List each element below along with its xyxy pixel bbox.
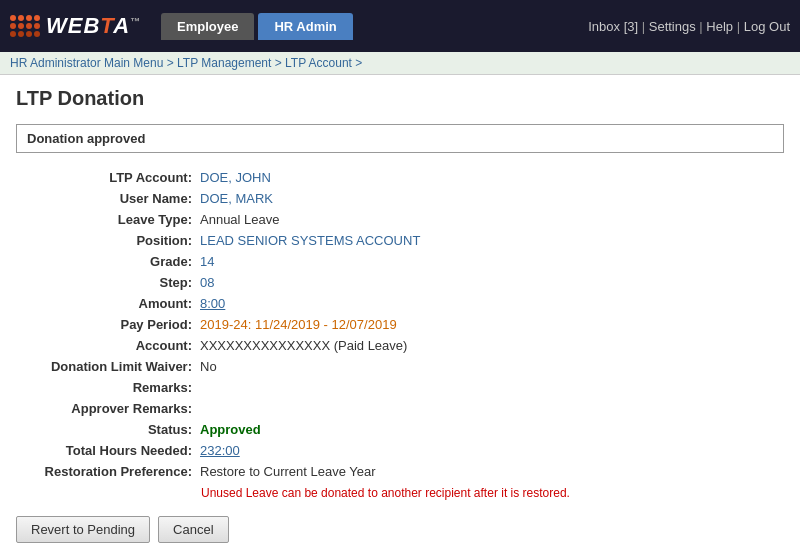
- hr-admin-tab[interactable]: HR Admin: [258, 13, 352, 40]
- pay-period-row: Pay Period: 2019-24: 11/24/2019 - 12/07/…: [16, 314, 784, 335]
- ltp-account-value: DOE, JOHN: [196, 167, 784, 188]
- page-title: LTP Donation: [16, 87, 784, 110]
- main-content: LTP Donation Donation approved LTP Accou…: [0, 75, 800, 544]
- button-area: Revert to Pending Cancel: [16, 516, 784, 543]
- amount-row: Amount: 8:00: [16, 293, 784, 314]
- position-value: LEAD SENIOR SYSTEMS ACCOUNT: [196, 230, 784, 251]
- user-name-label: User Name:: [16, 188, 196, 209]
- logo-area: WEBTWEBTAA™: [10, 13, 141, 39]
- restoration-row: Restoration Preference: Restore to Curre…: [16, 461, 784, 482]
- approver-remarks-label: Approver Remarks:: [16, 398, 196, 419]
- right-nav: Inbox [3] | Settings | Help | Log Out: [588, 19, 790, 34]
- grade-value: 14: [196, 251, 784, 272]
- leave-type-value: Annual Leave: [196, 209, 784, 230]
- form-table: LTP Account: DOE, JOHN User Name: DOE, M…: [16, 167, 784, 482]
- help-link[interactable]: Help: [706, 19, 733, 34]
- status-box: Donation approved: [16, 124, 784, 153]
- settings-link[interactable]: Settings: [649, 19, 696, 34]
- status-value: Approved: [196, 419, 784, 440]
- remarks-value: [196, 377, 784, 398]
- remarks-row: Remarks:: [16, 377, 784, 398]
- account-row: Account: XXXXXXXXXXXXXXX (Paid Leave): [16, 335, 784, 356]
- position-row: Position: LEAD SENIOR SYSTEMS ACCOUNT: [16, 230, 784, 251]
- account-value: XXXXXXXXXXXXXXX (Paid Leave): [196, 335, 784, 356]
- grade-label: Grade:: [16, 251, 196, 272]
- amount-label: Amount:: [16, 293, 196, 314]
- position-label: Position:: [16, 230, 196, 251]
- account-label: Account:: [16, 335, 196, 356]
- header: WEBTWEBTAA™ Employee HR Admin Inbox [3] …: [0, 0, 800, 52]
- remarks-label: Remarks:: [16, 377, 196, 398]
- user-name-value: DOE, MARK: [196, 188, 784, 209]
- ltp-account-row: LTP Account: DOE, JOHN: [16, 167, 784, 188]
- donation-limit-row: Donation Limit Waiver: No: [16, 356, 784, 377]
- donation-limit-label: Donation Limit Waiver:: [16, 356, 196, 377]
- leave-type-label: Leave Type:: [16, 209, 196, 230]
- cancel-button[interactable]: Cancel: [158, 516, 228, 543]
- employee-tab[interactable]: Employee: [161, 13, 254, 40]
- status-row: Status: Approved: [16, 419, 784, 440]
- amount-value[interactable]: 8:00: [196, 293, 784, 314]
- breadcrumb: HR Administrator Main Menu > LTP Managem…: [0, 52, 800, 75]
- ltp-account-label: LTP Account:: [16, 167, 196, 188]
- revert-to-pending-button[interactable]: Revert to Pending: [16, 516, 150, 543]
- total-hours-label: Total Hours Needed:: [16, 440, 196, 461]
- inbox-link[interactable]: Inbox [3]: [588, 19, 638, 34]
- status-label: Status:: [16, 419, 196, 440]
- step-row: Step: 08: [16, 272, 784, 293]
- step-value: 08: [196, 272, 784, 293]
- notice-text: Unused Leave can be donated to another r…: [201, 486, 784, 500]
- approver-remarks-value: [196, 398, 784, 419]
- grade-row: Grade: 14: [16, 251, 784, 272]
- nav-tabs: Employee HR Admin: [161, 13, 353, 40]
- pay-period-label: Pay Period:: [16, 314, 196, 335]
- leave-type-row: Leave Type: Annual Leave: [16, 209, 784, 230]
- approver-remarks-row: Approver Remarks:: [16, 398, 784, 419]
- pay-period-value: 2019-24: 11/24/2019 - 12/07/2019: [196, 314, 784, 335]
- step-label: Step:: [16, 272, 196, 293]
- user-name-row: User Name: DOE, MARK: [16, 188, 784, 209]
- donation-limit-value: No: [196, 356, 784, 377]
- logo-dots: [10, 15, 40, 37]
- logo-text: WEBTWEBTAA™: [46, 13, 141, 39]
- logout-link[interactable]: Log Out: [744, 19, 790, 34]
- donation-status-text: Donation approved: [27, 131, 145, 146]
- logo-tm: ™: [130, 16, 141, 27]
- total-hours-row: Total Hours Needed: 232:00: [16, 440, 784, 461]
- restoration-value: Restore to Current Leave Year: [196, 461, 784, 482]
- restoration-label: Restoration Preference:: [16, 461, 196, 482]
- total-hours-value[interactable]: 232:00: [196, 440, 784, 461]
